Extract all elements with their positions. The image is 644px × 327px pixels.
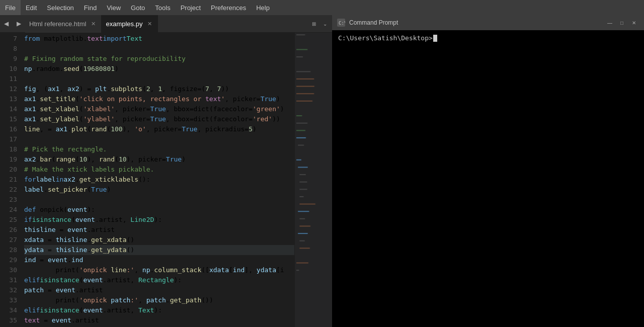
terminal-icon: C:\	[337, 19, 345, 27]
code-line-16: line, = ax1.plot(rand(100), 'o', picker=…	[24, 124, 294, 134]
terminal-title-label: Command Prompt	[349, 19, 398, 26]
code-line-19: ax2.bar(range(10), rand(10), picker=True…	[24, 154, 294, 165]
code-line-23	[24, 195, 294, 205]
tab-py-label: examples.py	[106, 20, 142, 28]
menu-file[interactable]: File	[0, 0, 21, 15]
code-area: 7891011121314151617181920212223242526272…	[0, 33, 332, 327]
code-line-24: def onpick(event):	[24, 205, 294, 215]
code-line-28: ydata = thisline.get_ydata()	[24, 245, 294, 255]
tab-html-close[interactable]: ✕	[89, 20, 97, 28]
menu-preferences[interactable]: Preferences	[206, 0, 251, 15]
menubar: File Edit Selection Find View Goto Tools…	[0, 0, 644, 15]
code-line-31: elif isinstance(event.artist, Rectangle)…	[24, 275, 294, 285]
code-line-35: text = event.artist	[24, 315, 294, 325]
svg-text:C:\: C:\	[339, 21, 345, 26]
code-line-30: print('onpick line:', np.column_stack([x…	[24, 265, 294, 275]
terminal-prompt-text: C:\Users\Satish\Desktop>	[338, 34, 433, 42]
terminal-body[interactable]: C:\Users\Satish\Desktop>	[332, 30, 644, 327]
tabs-bar: ◀ ▶ Html reference.html ✕ examples.py ✕ …	[0, 15, 332, 33]
menu-view[interactable]: View	[102, 0, 126, 15]
terminal-titlebar: C:\ Command Prompt — □ ✕	[332, 15, 644, 30]
terminal-prompt: C:\Users\Satish\Desktop>	[338, 34, 638, 42]
tab-actions: ⊞ ⌄	[309, 19, 332, 29]
code-line-10: np.random.seed(19680801)	[24, 64, 294, 74]
line-numbers: 7891011121314151617181920212223242526272…	[0, 33, 20, 327]
terminal-controls: — □ ✕	[605, 18, 639, 28]
code-line-26: thisline = event.artist	[24, 225, 294, 235]
code-line-18: # Pick the rectangle.	[24, 144, 294, 154]
code-line-13: ax1.set_title('click on points, rectangl…	[24, 94, 294, 104]
code-line-34: elif isinstance(event.artist, Text):	[24, 305, 294, 315]
code-line-17	[24, 134, 294, 144]
menu-selection[interactable]: Selection	[42, 0, 78, 15]
tab-py-close[interactable]: ✕	[145, 20, 153, 28]
code-line-25: if isinstance(event.artist, Line2D):	[24, 215, 294, 225]
menu-tools[interactable]: Tools	[150, 0, 175, 15]
tab-split-button[interactable]: ⊞	[309, 19, 319, 29]
tab-html-label: Html reference.html	[29, 20, 86, 28]
code-line-21: for label in ax2.get_xticklabels():	[24, 175, 294, 185]
code-line-33: print('onpick patch:', patch.get_path())	[24, 295, 294, 305]
code-line-14: ax1.set_xlabel('xlabel', picker=True, bb…	[24, 104, 294, 114]
tab-html[interactable]: Html reference.html ✕	[25, 15, 102, 33]
code-line-12: fig, (ax1, ax2) = plt.subplots(2, 1, fig…	[24, 84, 294, 94]
code-line-20: # Make the xtick labels pickable.	[24, 165, 294, 175]
code-line-11	[24, 74, 294, 84]
code-line-27: xdata = thisline.get_xdata()	[24, 235, 294, 245]
code-line-7: from matplotlib.text import Text	[24, 34, 294, 44]
code-content[interactable]: from matplotlib.text import Text # Fixin…	[20, 33, 294, 327]
tab-prev-button[interactable]: ◀	[0, 15, 13, 33]
tab-next-button[interactable]: ▶	[13, 15, 25, 33]
terminal-minimize-button[interactable]: —	[605, 18, 615, 28]
minimap-canvas	[295, 33, 332, 327]
code-line-32: patch = event.artist	[24, 285, 294, 295]
menu-project[interactable]: Project	[176, 0, 206, 15]
menu-help[interactable]: Help	[251, 0, 275, 15]
menu-goto[interactable]: Goto	[126, 0, 150, 15]
code-line-8	[24, 44, 294, 54]
main-layout: ◀ ▶ Html reference.html ✕ examples.py ✕ …	[0, 15, 644, 327]
code-line-15: ax1.set_ylabel('ylabel', picker=True, bb…	[24, 114, 294, 124]
menu-find[interactable]: Find	[79, 0, 102, 15]
terminal-cursor	[433, 35, 437, 42]
tab-overflow-button[interactable]: ⌄	[320, 19, 330, 29]
menu-edit[interactable]: Edit	[21, 0, 42, 15]
editor-pane: ◀ ▶ Html reference.html ✕ examples.py ✕ …	[0, 15, 332, 327]
terminal-maximize-button[interactable]: □	[617, 18, 627, 28]
terminal-pane: C:\ Command Prompt — □ ✕ C:\Users\Satish…	[332, 15, 644, 327]
code-line-29: ind = event.ind	[24, 255, 294, 265]
code-line-22: label.set_picker(True)	[24, 185, 294, 195]
minimap	[294, 33, 332, 327]
tab-py[interactable]: examples.py ✕	[102, 15, 158, 33]
terminal-close-button[interactable]: ✕	[629, 18, 639, 28]
code-line-9: # Fixing random state for reproducibilit…	[24, 54, 294, 64]
